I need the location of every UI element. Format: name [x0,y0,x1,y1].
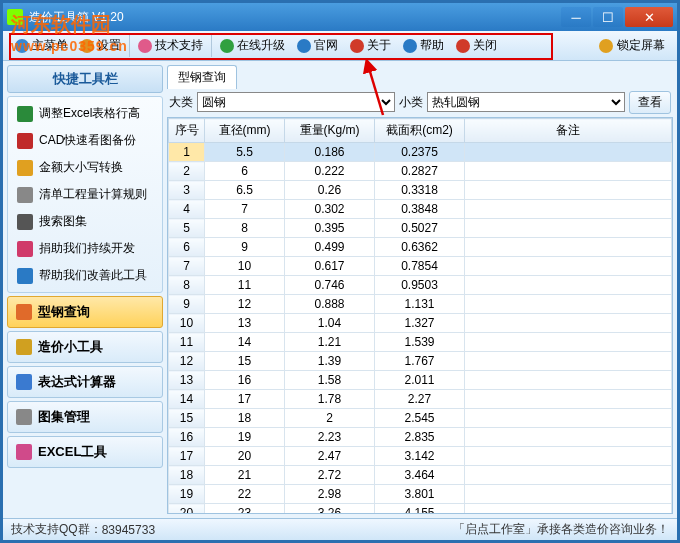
cell [465,352,672,371]
sidebar-item-5[interactable]: 捐助我们持续开发 [11,235,159,262]
col-header[interactable]: 备注 [465,119,672,143]
cell [465,485,672,504]
cell: 18 [205,409,285,428]
help-button[interactable]: 帮助 [397,31,450,61]
tab-steel-query[interactable]: 型钢查询 [167,65,237,89]
table-row[interactable]: 7100.6170.7854 [169,257,672,276]
sidebar-item-label: 清单工程量计算规则 [39,186,147,203]
close-label: 关闭 [473,37,497,54]
cell [465,333,672,352]
sidebar-item-4[interactable]: 搜索图集 [11,208,159,235]
sidebar-tab-0[interactable]: 型钢查询 [7,296,163,328]
col-header[interactable]: 截面积(cm2) [375,119,465,143]
cell [465,276,672,295]
sidebar-item-3[interactable]: 清单工程量计算规则 [11,181,159,208]
window-close-button[interactable]: ✕ [625,7,673,27]
major-select[interactable]: 圆钢 [197,92,395,112]
cell: 2.47 [285,447,375,466]
calc-icon [16,374,32,390]
view-button[interactable]: 查看 [629,91,671,114]
cell: 6 [205,162,285,181]
sidebar-item-label: 金额大小写转换 [39,159,123,176]
cell: 0.2375 [375,143,465,162]
menu-button[interactable]: 主菜单 [9,31,74,61]
cell: 1.21 [285,333,375,352]
upgrade-button[interactable]: 在线升级 [214,31,291,61]
filter-bar: 大类 圆钢 小类 热轧圆钢 查看 [167,89,673,115]
maximize-button[interactable]: ☐ [593,7,623,27]
close-icon [456,39,470,53]
status-qq-value: 83945733 [102,523,155,537]
globe-icon [220,39,234,53]
col-header[interactable]: 直径(mm) [205,119,285,143]
table-row[interactable]: 18212.723.464 [169,466,672,485]
sidebar-tab-3[interactable]: 图集管理 [7,401,163,433]
menu-label: 主菜单 [32,37,68,54]
sidebar-item-0[interactable]: 调整Excel表格行高 [11,100,159,127]
cell: 0.9503 [375,276,465,295]
sidebar-tab-label: 图集管理 [38,408,90,426]
table-row[interactable]: 580.3950.5027 [169,219,672,238]
cell: 3.464 [375,466,465,485]
sidebar-tab-1[interactable]: 造价小工具 [7,331,163,363]
sidebar-tab-label: 型钢查询 [38,303,90,321]
sidebar-item-2[interactable]: 金额大小写转换 [11,154,159,181]
steel-icon [16,304,32,320]
main-panel: 型钢查询 大类 圆钢 小类 热轧圆钢 查看 序号直径(mm)重量(Kg/m)截面… [167,61,677,518]
table-row[interactable]: 15.50.1860.2375 [169,143,672,162]
app-icon [7,9,23,25]
support-icon [138,39,152,53]
table-row[interactable]: 10131.041.327 [169,314,672,333]
cell: 0.3848 [375,200,465,219]
sidebar-tab-label: 表达式计算器 [38,373,116,391]
table-row[interactable]: 151822.545 [169,409,672,428]
sidebar-item-label: CAD快速看图备份 [39,132,136,149]
table-row[interactable]: 9120.8881.131 [169,295,672,314]
cell: 1.131 [375,295,465,314]
table-row[interactable]: 12151.391.767 [169,352,672,371]
sidebar-item-1[interactable]: CAD快速看图备份 [11,127,159,154]
table-row[interactable]: 19222.983.801 [169,485,672,504]
about-button[interactable]: 关于 [344,31,397,61]
cell: 17 [205,390,285,409]
table-row[interactable]: 20233.264.155 [169,504,672,515]
table-row[interactable]: 14171.782.27 [169,390,672,409]
steel-table: 序号直径(mm)重量(Kg/m)截面积(cm2)备注 15.50.1860.23… [168,118,672,514]
cell: 2.011 [375,371,465,390]
table-row[interactable]: 690.4990.6362 [169,238,672,257]
minimize-button[interactable]: ─ [561,7,591,27]
col-header[interactable]: 重量(Kg/m) [285,119,375,143]
col-header[interactable]: 序号 [169,119,205,143]
cell [465,200,672,219]
data-grid[interactable]: 序号直径(mm)重量(Kg/m)截面积(cm2)备注 15.50.1860.23… [167,117,673,514]
sidebar-title: 快捷工具栏 [7,65,163,93]
cell: 2.72 [285,466,375,485]
cell: 4 [169,200,205,219]
sidebar-tab-4[interactable]: EXCEL工具 [7,436,163,468]
cell: 5 [169,219,205,238]
settings-button[interactable]: 设置 [74,31,127,61]
info-icon [350,39,364,53]
sidebar-item-label: 帮助我们改善此工具 [39,267,147,284]
sidebar-tab-2[interactable]: 表达式计算器 [7,366,163,398]
table-row[interactable]: 8110.7460.9503 [169,276,672,295]
cell [465,466,672,485]
table-row[interactable]: 36.50.260.3318 [169,181,672,200]
close-app-button[interactable]: 关闭 [450,31,503,61]
table-row[interactable]: 13161.582.011 [169,371,672,390]
sidebar-item-label: 调整Excel表格行高 [39,105,140,122]
cell: 1.39 [285,352,375,371]
table-row[interactable]: 470.3020.3848 [169,200,672,219]
table-row[interactable]: 11141.211.539 [169,333,672,352]
sidebar-item-6[interactable]: 帮助我们改善此工具 [11,262,159,289]
minor-select[interactable]: 热轧圆钢 [427,92,625,112]
cell: 0.6362 [375,238,465,257]
table-row[interactable]: 260.2220.2827 [169,162,672,181]
lock-screen-button[interactable]: 锁定屏幕 [593,37,671,54]
cell [465,181,672,200]
tech-support-button[interactable]: 技术支持 [132,31,209,61]
table-row[interactable]: 17202.473.142 [169,447,672,466]
table-row[interactable]: 16192.232.835 [169,428,672,447]
site-label: 官网 [314,37,338,54]
website-button[interactable]: 官网 [291,31,344,61]
